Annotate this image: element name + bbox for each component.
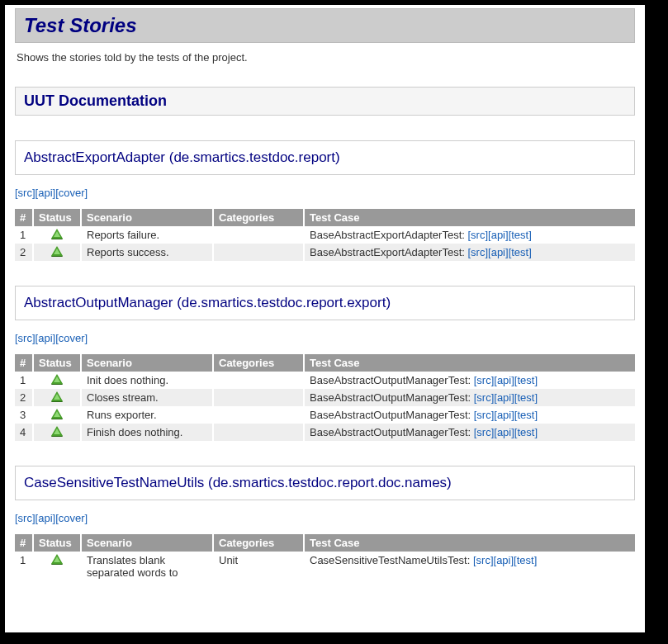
section-title: UUT Documentation — [15, 87, 635, 116]
src-link[interactable]: [src] — [15, 512, 36, 524]
src-link[interactable]: [src] — [474, 409, 495, 421]
api-link[interactable]: [api] — [494, 426, 514, 438]
test-link[interactable]: [test] — [509, 246, 532, 258]
test-link[interactable]: [test] — [509, 229, 532, 241]
row-scenario: Closes stream. — [81, 389, 213, 406]
src-link[interactable]: [src] — [467, 229, 488, 241]
row-testcase: CaseSensitiveTestNameUtilsTest: [src][ap… — [304, 552, 635, 581]
src-link[interactable]: [src] — [474, 426, 495, 438]
header-status: Status — [33, 534, 81, 552]
header-testcase: Test Case — [304, 534, 635, 552]
test-link[interactable]: [test] — [514, 374, 538, 386]
row-status — [33, 372, 81, 389]
cover-link[interactable]: [cover] — [55, 332, 88, 344]
uut-section: CaseSensitiveTestNameUtils (de.smartics.… — [15, 466, 635, 581]
pass-icon — [51, 374, 63, 384]
api-link[interactable]: [api] — [36, 512, 56, 524]
intro-text: Shows the stories told by the tests of t… — [17, 51, 633, 64]
table-row: 1Reports failure.BaseAbstractExportAdapt… — [15, 226, 635, 244]
test-link[interactable]: [test] — [514, 391, 538, 404]
pass-icon — [51, 246, 63, 256]
row-categories — [213, 424, 304, 441]
header-scenario: Scenario — [81, 209, 213, 226]
testcase-name: BaseAbstractOutputManagerTest: — [310, 391, 474, 404]
uut-link-row: [src][api][cover] — [15, 332, 635, 344]
api-link[interactable]: [api] — [494, 374, 514, 386]
uut-title: AbstractOutputManager (de.smartics.testd… — [15, 286, 635, 320]
api-link[interactable]: [api] — [488, 229, 509, 241]
header-categories: Categories — [213, 209, 304, 226]
scenario-table: #StatusScenarioCategoriesTest Case1Trans… — [15, 534, 635, 581]
row-number: 1 — [15, 552, 33, 581]
src-link[interactable]: [src] — [474, 374, 495, 386]
header-scenario: Scenario — [81, 354, 213, 372]
api-link[interactable]: [api] — [494, 391, 514, 404]
header-status: Status — [33, 354, 81, 372]
row-testcase: BaseAbstractOutputManagerTest: [src][api… — [304, 389, 635, 406]
row-scenario: Runs exporter. — [81, 406, 213, 424]
row-categories — [213, 406, 304, 424]
row-categories: Unit — [213, 552, 304, 581]
header-categories: Categories — [213, 354, 304, 372]
api-link[interactable]: [api] — [36, 332, 56, 344]
row-categories — [213, 389, 304, 406]
src-link[interactable]: [src] — [474, 391, 495, 404]
cover-link[interactable]: [cover] — [55, 187, 88, 199]
uut-link-row: [src][api][cover] — [15, 187, 635, 199]
row-number: 1 — [15, 226, 33, 244]
uut-link-row: [src][api][cover] — [15, 512, 635, 524]
row-scenario: Init does nothing. — [81, 372, 213, 389]
src-link[interactable]: [src] — [15, 187, 36, 199]
row-testcase: BaseAbstractOutputManagerTest: [src][api… — [304, 406, 635, 424]
row-scenario: Reports failure. — [81, 226, 213, 244]
api-link[interactable]: [api] — [494, 409, 514, 421]
testcase-name: BaseAbstractOutputManagerTest: — [310, 409, 474, 421]
row-categories — [213, 226, 304, 244]
api-link[interactable]: [api] — [36, 187, 56, 199]
header-testcase: Test Case — [304, 209, 635, 226]
row-testcase: BaseAbstractOutputManagerTest: [src][api… — [304, 424, 635, 441]
row-status — [33, 406, 81, 424]
row-categories — [213, 372, 304, 389]
pass-icon — [51, 391, 63, 401]
header-testcase: Test Case — [304, 354, 635, 372]
pass-icon — [51, 426, 63, 436]
scenario-table: #StatusScenarioCategoriesTest Case1Init … — [15, 354, 635, 441]
row-status — [33, 552, 81, 581]
header-categories: Categories — [213, 534, 304, 552]
test-link[interactable]: [test] — [514, 426, 538, 438]
testcase-name: BaseAbstractOutputManagerTest: — [310, 426, 474, 438]
row-number: 4 — [15, 424, 33, 441]
row-number: 3 — [15, 406, 33, 424]
row-status — [33, 226, 81, 244]
test-link[interactable]: [test] — [514, 409, 538, 421]
scenario-table: #StatusScenarioCategoriesTest Case1Repor… — [15, 209, 635, 261]
row-status — [33, 424, 81, 441]
testcase-name: BaseAbstractOutputManagerTest: — [310, 374, 474, 386]
src-link[interactable]: [src] — [473, 554, 494, 566]
uut-section: AbstractExportAdapter (de.smartics.testd… — [15, 140, 635, 261]
row-status — [33, 389, 81, 406]
testcase-name: CaseSensitiveTestNameUtilsTest: — [310, 554, 473, 566]
api-link[interactable]: [api] — [488, 246, 509, 258]
uut-section: AbstractOutputManager (de.smartics.testd… — [15, 286, 635, 441]
table-row: 4Finish does nothing.BaseAbstractOutputM… — [15, 424, 635, 441]
src-link[interactable]: [src] — [15, 332, 36, 344]
row-scenario: Finish does nothing. — [81, 424, 213, 441]
uut-title: AbstractExportAdapter (de.smartics.testd… — [15, 140, 635, 175]
api-link[interactable]: [api] — [494, 554, 514, 566]
test-link[interactable]: [test] — [514, 554, 537, 566]
testcase-name: BaseAbstractExportAdapterTest: — [310, 229, 467, 241]
src-link[interactable]: [src] — [467, 246, 488, 258]
table-row: 1Init does nothing.BaseAbstractOutputMan… — [15, 372, 635, 389]
cover-link[interactable]: [cover] — [55, 512, 88, 524]
testcase-name: BaseAbstractExportAdapterTest: — [310, 246, 467, 258]
header-scenario: Scenario — [81, 534, 213, 552]
header-num: # — [15, 209, 33, 226]
header-num: # — [15, 354, 33, 372]
row-number: 1 — [15, 372, 33, 389]
table-row: 2Closes stream.BaseAbstractOutputManager… — [15, 389, 635, 406]
row-status — [33, 244, 81, 261]
page-container: Test Stories Shows the stories told by t… — [5, 5, 645, 632]
row-testcase: BaseAbstractExportAdapterTest: [src][api… — [304, 244, 635, 261]
